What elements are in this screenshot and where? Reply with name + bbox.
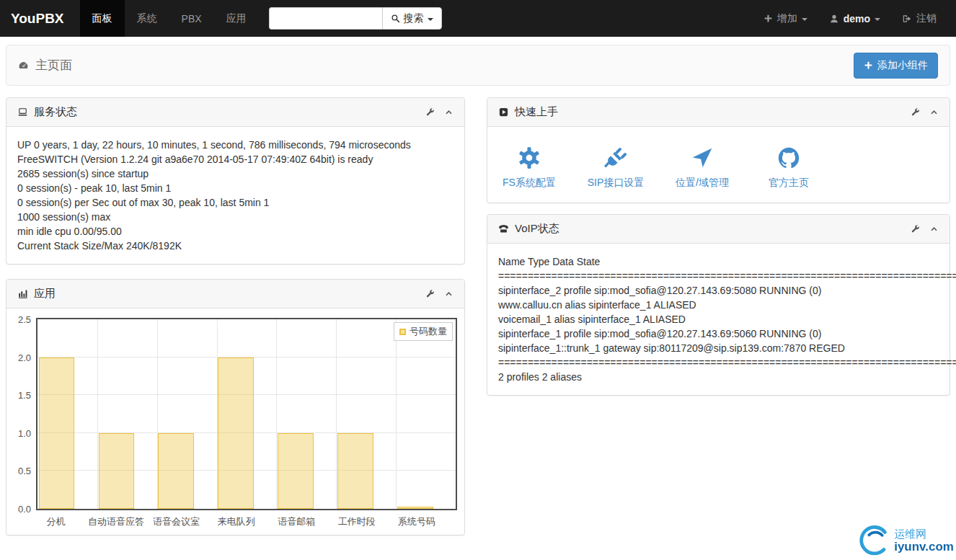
chart-bar	[218, 357, 254, 509]
service-status-title: 服务状态	[17, 105, 77, 119]
quick-start-link-3[interactable]: 位置/域管理	[671, 146, 733, 190]
y-tick-label: 1.5	[18, 390, 31, 401]
site-watermark: 运维网 iyunv.com	[857, 522, 954, 559]
search-input[interactable]	[269, 7, 382, 30]
quick-start-link-4[interactable]: 官方主页	[758, 146, 820, 190]
quick-start-heading: 快速上手	[487, 98, 950, 127]
dashboard-icon	[18, 60, 29, 71]
y-tick-label: 1.0	[18, 427, 31, 438]
quick-link-label: 官方主页	[769, 177, 809, 190]
panel-tools	[911, 107, 939, 117]
x-tick-label: 语音邮箱	[278, 515, 315, 528]
search-button[interactable]: 搜索	[382, 7, 442, 30]
service-status-heading: 服务状态	[6, 98, 464, 127]
add-menu[interactable]: 增加	[753, 0, 818, 37]
voip-status-heading: VoIP状态	[487, 215, 950, 244]
chart-bar	[278, 433, 314, 509]
voip-status-title: VoIP状态	[498, 222, 559, 236]
search-icon	[391, 14, 400, 23]
service-status-line: 0 session(s) per Sec out of max 30, peak…	[17, 195, 453, 210]
logout-link[interactable]: 注销	[891, 0, 947, 37]
applications-chart: 0.00.51.01.52.02.5号码数量 分机自动语音应答语音会议室来电队列…	[6, 308, 464, 535]
phone-icon	[498, 223, 509, 234]
user-menu[interactable]: demo	[818, 0, 891, 37]
voip-separator: ========================================…	[498, 269, 939, 283]
location-arrow-icon	[690, 146, 714, 170]
quick-link-label: 位置/域管理	[676, 177, 729, 190]
x-tick-label: 来电队列	[218, 515, 255, 528]
voip-status-line: sipinterface_1::trunk_1 gateway sip:8011…	[498, 341, 939, 355]
page-header: 主页面 添加小组件	[6, 45, 950, 86]
chart-xaxis: 分机自动语音应答语音会议室来电队列语音邮箱工作时段系统号码	[36, 510, 457, 529]
quick-start-link-2[interactable]: SIP接口设置	[585, 146, 647, 190]
watermark-text: 运维网 iyunv.com	[894, 528, 954, 554]
right-column: 快速上手 FS系统配置SIP接口设置位置/域管理官方主页 VoIP状态	[487, 97, 950, 410]
x-tick-label: 工作时段	[338, 515, 376, 528]
add-widget-button-label: 添加小组件	[877, 59, 928, 72]
laptop-icon	[17, 107, 28, 117]
quick-start-title: 快速上手	[498, 105, 558, 119]
collapse-icon[interactable]	[444, 289, 453, 298]
chart-bar	[158, 433, 194, 509]
panel-tools	[911, 224, 939, 234]
panel-tools	[425, 107, 453, 117]
chart-bar	[397, 507, 433, 509]
add-widget-button[interactable]: 添加小组件	[854, 53, 938, 79]
service-status-line: Current Stack Size/Max 240K/8192K	[17, 239, 453, 253]
voip-summary: 2 profiles 2 aliases	[498, 370, 939, 384]
iyunv-logo-icon	[857, 522, 893, 559]
x-tick-label: 自动语音应答	[88, 515, 144, 528]
quick-start-link-1[interactable]: FS系统配置	[498, 146, 560, 190]
quick-start-links: FS系统配置SIP接口设置位置/域管理官方主页	[487, 127, 950, 203]
sign-out-icon	[902, 14, 912, 24]
chart-plot: 0.00.51.01.52.02.5号码数量	[36, 318, 457, 510]
voip-status-panel: VoIP状态 Name Type Data State ============…	[487, 214, 950, 396]
y-tick-label: 0.0	[18, 504, 31, 515]
plus-icon	[864, 61, 873, 70]
caret-down-icon	[875, 18, 880, 21]
service-status-line: FreeSWITCH (Version 1.2.24 git a9a6e70 2…	[17, 152, 453, 166]
chart-bar	[99, 433, 135, 509]
nav-item-pbx[interactable]: PBX	[169, 0, 214, 37]
service-status-panel: 服务状态 UP 0 years, 1 day, 22 hours, 10 min…	[6, 97, 465, 265]
voip-separator: ========================================…	[498, 355, 939, 370]
quick-link-label: SIP接口设置	[588, 177, 645, 190]
service-status-line: 1000 session(s) max	[17, 210, 453, 224]
chart-gridline	[396, 319, 397, 509]
chart-bar	[337, 433, 373, 509]
applications-panel: 应用 0.00.51.01.52.02.5号码数量 分机自动语音应答语音会议室来…	[6, 279, 465, 535]
applications-heading: 应用	[6, 280, 464, 308]
watermark-site-name: 运维网	[894, 528, 954, 540]
user-icon	[829, 14, 839, 24]
watermark-domain: iyunv.com	[894, 540, 954, 554]
voip-status-line: sipinterface_2 profile sip:mod_sofia@120…	[498, 283, 939, 298]
nav-item-system[interactable]: 系统	[125, 0, 169, 37]
x-tick-label: 分机	[47, 515, 66, 528]
service-status-line: min idle cpu 0.00/95.00	[17, 224, 453, 239]
x-tick-label: 系统号码	[398, 515, 435, 528]
voip-status-line: www.calluu.cn alias sipinterface_1 ALIAS…	[498, 298, 939, 312]
panel-tools	[425, 289, 453, 298]
voip-status-body: Name Type Data State ===================…	[487, 244, 950, 395]
collapse-icon[interactable]	[929, 224, 939, 234]
collapse-icon[interactable]	[444, 107, 453, 117]
wrench-icon[interactable]	[911, 224, 920, 234]
x-tick-label: 语音会议室	[153, 515, 200, 528]
nav-item-apps[interactable]: 应用	[214, 0, 259, 37]
service-status-line: 2685 session(s) since startup	[17, 166, 453, 181]
applications-title: 应用	[17, 287, 56, 301]
navbar-menu: 面板系统PBX应用	[80, 0, 259, 37]
brand-logo[interactable]: YouPBX	[0, 0, 80, 37]
wrench-icon[interactable]	[911, 107, 920, 117]
quick-start-panel: 快速上手 FS系统配置SIP接口设置位置/域管理官方主页	[487, 97, 950, 203]
collapse-icon[interactable]	[929, 107, 939, 117]
wrench-icon[interactable]	[425, 289, 435, 298]
voip-status-lines: sipinterface_2 profile sip:mod_sofia@120…	[498, 283, 939, 355]
page-title-label: 主页面	[35, 57, 72, 74]
wrench-icon[interactable]	[425, 107, 435, 117]
page-title: 主页面	[18, 57, 72, 74]
navbar-right: 增加 demo 注销	[753, 0, 956, 37]
nav-item-dashboard[interactable]: 面板	[80, 0, 125, 37]
voip-status-line: sipinterface_1 profile sip:mod_sofia@120…	[498, 326, 939, 341]
chart-bar	[39, 357, 75, 509]
